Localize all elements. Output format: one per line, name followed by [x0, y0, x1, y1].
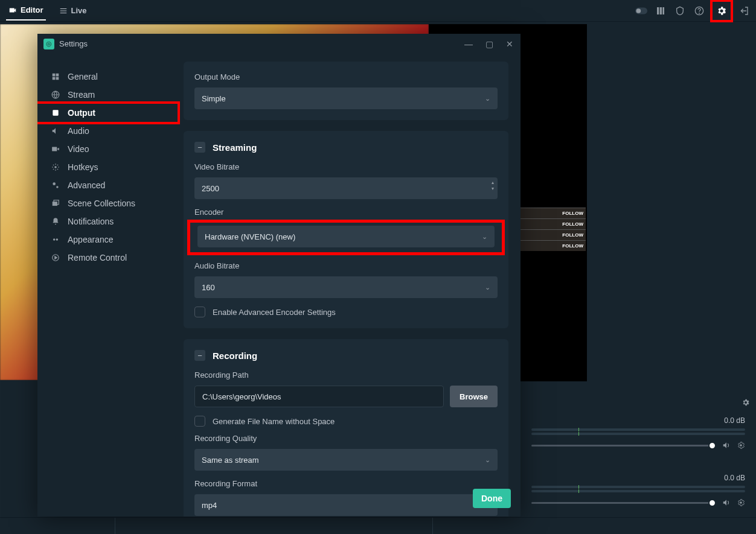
svg-rect-2	[657, 7, 659, 14]
theme-toggle-icon[interactable]	[635, 5, 647, 17]
nav-general[interactable]: General	[37, 68, 180, 86]
window-controls: — ▢ ✕	[464, 39, 514, 49]
cogs-icon	[51, 180, 60, 190]
video-bitrate-input[interactable]: 2500▴▾	[194, 177, 498, 199]
nav-hotkeys[interactable]: Hotkeys	[37, 158, 180, 176]
camera-icon	[8, 6, 17, 14]
recording-title: Recording	[213, 351, 257, 361]
nav-output[interactable]: Output	[37, 104, 178, 122]
collapse-icon[interactable]: −	[194, 350, 205, 361]
top-icons	[635, 2, 750, 20]
modal-titlebar: ◎ Settings — ▢ ✕	[37, 34, 521, 54]
volume-slider[interactable]	[531, 445, 716, 447]
settings-gear-highlight	[710, 0, 733, 22]
nav-output-highlight: Output	[37, 101, 180, 124]
tab-editor-label: Editor	[21, 5, 43, 14]
chevron-down-icon: ⌄	[482, 233, 487, 241]
speaker-icon[interactable]	[722, 441, 731, 450]
collapse-icon[interactable]: −	[194, 142, 205, 153]
recording-quality-select[interactable]: Same as stream⌄	[194, 449, 498, 471]
svg-rect-12	[56, 77, 59, 80]
status-bar	[0, 517, 756, 534]
output-mode-select[interactable]: Simple⌄	[194, 87, 498, 109]
maximize-icon[interactable]: ▢	[484, 39, 494, 49]
recording-format-select[interactable]: mp4⌄	[194, 494, 498, 516]
nav-video[interactable]: Video	[37, 140, 180, 158]
logout-icon[interactable]	[738, 5, 750, 17]
tab-editor[interactable]: Editor	[6, 1, 46, 21]
close-icon[interactable]: ✕	[505, 39, 514, 49]
svg-rect-11	[53, 77, 56, 80]
top-bar: Editor Live	[0, 0, 756, 22]
chevron-down-icon: ⌄	[485, 284, 490, 291]
alert-row: FOLLOW	[521, 208, 586, 218]
audio-bitrate-field: Audio Bitrate 160⌄	[194, 261, 498, 298]
nav-remote-control[interactable]: Remote Control	[37, 249, 180, 267]
mixer-channel-1: 0.0 dB	[521, 416, 756, 450]
browse-button[interactable]: Browse	[450, 386, 498, 407]
audio-meter	[531, 433, 745, 435]
svg-rect-10	[56, 74, 59, 77]
recording-path-input[interactable]: C:\Users\georg\Videos	[194, 386, 444, 407]
appearance-icon	[51, 235, 60, 244]
layout-icon[interactable]	[655, 5, 667, 17]
live-icon	[59, 7, 68, 15]
minimize-icon[interactable]: —	[464, 39, 473, 49]
alert-row: FOLLOW	[521, 229, 586, 240]
recording-card: − Recording Recording Path C:\Users\geor…	[184, 339, 508, 517]
modal-body: General Stream Output Audio Video Hotkey…	[37, 54, 521, 517]
channel-gear-icon[interactable]	[737, 498, 745, 507]
output-icon	[51, 108, 60, 118]
advanced-encoder-label: Enable Advanced Encoder Settings	[213, 308, 336, 317]
done-bar: Done	[473, 489, 511, 508]
svg-rect-14	[53, 110, 58, 115]
globe-icon	[51, 90, 60, 100]
channel-gear-icon[interactable]	[737, 441, 745, 450]
settings-sidebar: General Stream Output Audio Video Hotkey…	[37, 54, 180, 517]
streaming-title: Streaming	[213, 142, 257, 153]
spin-down-icon[interactable]: ▾	[492, 186, 494, 192]
tab-live[interactable]: Live	[57, 1, 89, 20]
advanced-encoder-checkbox[interactable]	[194, 307, 205, 317]
svg-point-21	[53, 238, 56, 241]
nav-notifications[interactable]: Notifications	[37, 212, 180, 230]
audio-bitrate-label: Audio Bitrate	[194, 261, 498, 270]
recording-format-field: Recording Format mp4⌄	[194, 479, 498, 516]
settings-gear-icon[interactable]	[716, 5, 728, 17]
shield-icon[interactable]	[674, 5, 686, 17]
encoder-label: Encoder	[194, 208, 498, 217]
streaming-header: − Streaming	[194, 142, 498, 153]
speaker-icon[interactable]	[722, 498, 731, 507]
spin-up-icon[interactable]: ▴	[492, 180, 494, 186]
modal-title: Settings	[59, 39, 88, 48]
gen-filename-checkbox[interactable]	[194, 416, 205, 427]
mixer-channel-2: 0.0 dB	[521, 474, 756, 507]
alert-list: FOLLOW FOLLOW FOLLOW FOLLOW	[521, 208, 586, 251]
db-value: 0.0 dB	[521, 416, 756, 425]
volume-slider-row	[531, 441, 745, 450]
mixer-gear-icon[interactable]	[742, 398, 750, 407]
recording-path-label: Recording Path	[194, 370, 498, 380]
done-button[interactable]: Done	[473, 489, 511, 508]
top-tabs: Editor Live	[6, 1, 89, 21]
nav-audio[interactable]: Audio	[37, 122, 180, 140]
grid-icon	[51, 72, 60, 81]
svg-point-6	[699, 13, 700, 13]
audio-mixer: 0.0 dB 0.0 dB	[521, 392, 756, 531]
volume-slider[interactable]	[531, 502, 716, 504]
chevron-down-icon: ⌄	[485, 95, 490, 103]
gear-icon	[51, 162, 60, 172]
help-icon[interactable]	[693, 5, 705, 17]
recording-quality-field: Recording Quality Same as stream⌄	[194, 434, 498, 471]
svg-rect-9	[53, 74, 56, 77]
gen-filename-row: Generate File Name without Space	[194, 416, 498, 427]
svg-point-1	[636, 8, 641, 13]
nav-scene-collections[interactable]: Scene Collections	[37, 194, 180, 212]
nav-advanced[interactable]: Advanced	[37, 176, 180, 194]
alert-row: FOLLOW	[521, 218, 586, 229]
audio-bitrate-select[interactable]: 160⌄	[194, 276, 498, 298]
nav-appearance[interactable]: Appearance	[37, 230, 180, 249]
encoder-select[interactable]: Hardware (NVENC) (new)⌄	[197, 226, 495, 247]
chevron-down-icon: ⌄	[485, 456, 490, 464]
streaming-card: − Streaming Video Bitrate 2500▴▾ Encoder…	[184, 131, 508, 328]
